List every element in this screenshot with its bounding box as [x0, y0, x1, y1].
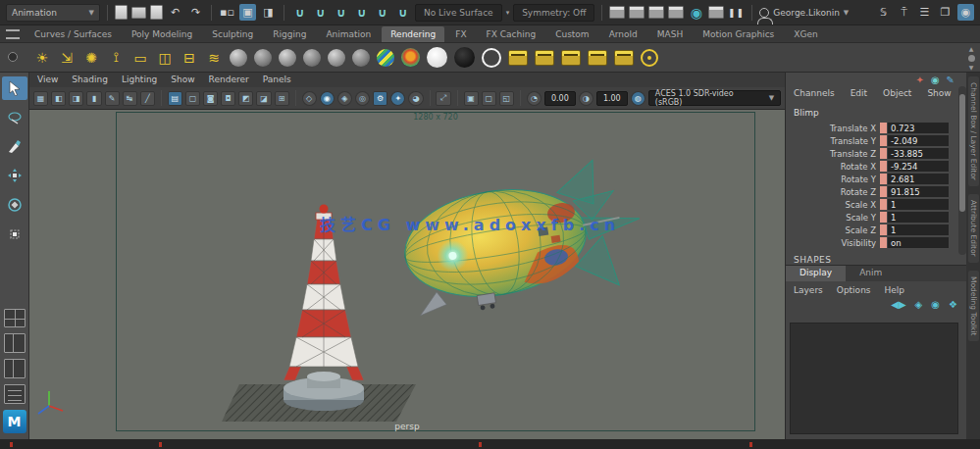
shelf-scroll-widget[interactable]: ▲ ▼	[966, 45, 976, 71]
ipr-render-icon[interactable]	[629, 6, 645, 19]
keyed-state-bar[interactable]	[880, 186, 887, 197]
channel-value-field[interactable]: -9.254	[888, 161, 949, 172]
scale-tool[interactable]	[2, 223, 27, 246]
menu-show[interactable]: Show	[927, 88, 951, 98]
move-tool[interactable]	[2, 164, 27, 187]
grease-pencil-icon[interactable]: ◕	[408, 91, 423, 106]
frame-selection-icon[interactable]: ⤢	[436, 91, 450, 106]
speed-state-icon[interactable]: ◉	[931, 75, 940, 85]
xray-joints-icon[interactable]: ◈	[337, 91, 352, 106]
image-plane-icon[interactable]: ✎	[105, 91, 120, 106]
gamma-icon[interactable]: ◑	[579, 91, 593, 106]
displacement-icon[interactable]	[614, 50, 634, 66]
shelf-tab-fx-caching[interactable]: FX Caching	[478, 26, 545, 42]
menu-view[interactable]: View	[37, 75, 58, 87]
menu-object[interactable]: Object	[883, 88, 911, 98]
menu-panels[interactable]: Panels	[263, 75, 291, 87]
chevron-down-icon[interactable]: ▾	[506, 9, 510, 17]
film-gate-icon[interactable]: ▢	[482, 91, 496, 106]
snap-curve-icon[interactable]: ∪	[312, 4, 329, 21]
layer-from-selected-icon[interactable]: ◉	[931, 299, 940, 310]
menu-set-dropdown[interactable]: Animation ▼	[6, 4, 100, 22]
substance-icon[interactable]: 𝕊	[875, 4, 892, 21]
menu-help[interactable]: Help	[885, 285, 905, 295]
anisotropic-material-icon[interactable]	[377, 49, 394, 67]
new-layer-icon[interactable]: ❖	[949, 299, 957, 310]
edit-channels-icon[interactable]: ✎	[947, 75, 954, 85]
color-management-icon[interactable]: ◍	[631, 91, 645, 106]
black-hole-shader-icon[interactable]	[454, 47, 475, 68]
textured-mode-icon[interactable]: ◙	[203, 91, 218, 106]
tab-attribute-editor[interactable]: Attribute Editor	[968, 194, 979, 263]
keyed-state-bar[interactable]	[880, 212, 887, 223]
gamma-toggle-icon[interactable]: ⚙	[373, 91, 387, 106]
ramp-shader-icon[interactable]	[352, 49, 370, 67]
directional-light-icon[interactable]: ⇲	[58, 50, 76, 66]
manipulator-icon[interactable]: ✦	[915, 75, 923, 85]
snap-projected-center-icon[interactable]: ∪	[353, 4, 370, 21]
empty-layer-icon[interactable]: ◈	[915, 299, 923, 310]
shelf-menu-icon[interactable]	[6, 29, 20, 39]
render-settings-shelf-icon[interactable]	[535, 50, 554, 66]
exposure-icon[interactable]: ◔	[527, 91, 542, 106]
menu-layers[interactable]: Layers	[794, 285, 823, 295]
paint-select-tool[interactable]	[2, 135, 27, 159]
render-icon[interactable]	[609, 6, 625, 19]
wireframe-mode-icon[interactable]: ▤	[168, 91, 182, 106]
keyed-state-bar[interactable]	[880, 199, 887, 210]
open-scene-icon[interactable]	[131, 7, 146, 19]
use-background-shader-icon[interactable]	[482, 48, 501, 68]
channel-value-field[interactable]: 0.723	[888, 123, 949, 133]
select-tool[interactable]	[2, 76, 27, 100]
select-object-icon[interactable]: ▣	[239, 4, 256, 21]
user-account-menu[interactable]: George.Likonin ▼	[759, 8, 849, 18]
tab-modeling-toolkit[interactable]: Modeling Toolkit	[968, 271, 979, 341]
record-icon[interactable]: ◉	[688, 4, 704, 21]
spot-light-icon[interactable]: ☀	[33, 50, 51, 66]
render-settings-icon[interactable]	[668, 6, 684, 19]
tab-channel-box-layer-editor[interactable]: Channel Box / Layer Editor	[968, 76, 979, 186]
exposure-toggle-icon[interactable]: ◎	[355, 91, 370, 106]
ambient-light-icon[interactable]: ◫	[156, 50, 174, 66]
shelf-tab-rendering[interactable]: Rendering	[382, 26, 444, 42]
redo-icon[interactable]: ↷	[187, 4, 204, 21]
channel-value-field[interactable]: 1	[888, 224, 949, 235]
shelf-tab-xgen[interactable]: XGen	[785, 26, 826, 42]
standard-surface-icon[interactable]	[230, 49, 247, 67]
symmetry-field[interactable]: Symmetry: Off	[513, 4, 594, 22]
time-slider-strip[interactable]	[0, 439, 980, 449]
bookmark-icon[interactable]: ▮	[86, 91, 101, 106]
shadows-icon[interactable]: ◩	[238, 91, 253, 106]
keyed-state-bar[interactable]	[880, 148, 887, 159]
render-target-icon[interactable]	[641, 49, 658, 67]
hypershade-icon[interactable]	[561, 50, 581, 66]
shelf-options-icon[interactable]	[8, 52, 18, 62]
shelf-tab-motion-graphics[interactable]: Motion Graphics	[694, 26, 783, 42]
outliner-toggle-icon[interactable]: ☰	[916, 4, 933, 21]
snap-view-plane-icon[interactable]: ∪	[374, 4, 390, 21]
render-layers-icon[interactable]: ≋	[205, 50, 223, 66]
lock-camera-icon[interactable]: ◧	[51, 91, 66, 106]
blinn-material-icon[interactable]	[279, 49, 296, 67]
lasso-tool[interactable]	[2, 106, 27, 129]
render-setup-icon[interactable]	[508, 50, 528, 66]
colorspace-dropdown[interactable]: ACES 1.0 SDR-video (sRGB) ▼	[648, 90, 781, 106]
menu-lighting[interactable]: Lighting	[122, 75, 157, 87]
menu-renderer[interactable]: Renderer	[209, 75, 249, 87]
tab-display[interactable]: Display	[786, 266, 846, 281]
shelf-tab-sculpting[interactable]: Sculpting	[203, 26, 262, 42]
character-controls-icon[interactable]: ⍑	[896, 4, 912, 21]
shelf-tab-mash[interactable]: MASH	[648, 26, 692, 42]
keyed-state-bar[interactable]	[880, 161, 887, 172]
move-layer-up-icon[interactable]: ◀▶	[891, 299, 905, 310]
motion-blur-icon[interactable]: ⊞	[275, 91, 289, 106]
channel-value-field[interactable]: -33.885	[888, 148, 949, 159]
save-scene-icon[interactable]	[150, 5, 163, 20]
viewport-layout-icon[interactable]: ◉	[957, 4, 974, 21]
shelf-tab-rigging[interactable]: Rigging	[264, 26, 315, 42]
layout-two-pane-button[interactable]	[4, 333, 26, 353]
render-sequence-icon[interactable]	[648, 6, 664, 19]
snap-live-object-icon[interactable]: ∪	[394, 4, 411, 21]
rotate-tool[interactable]	[2, 193, 27, 217]
light-editor-icon[interactable]: ⊟	[181, 50, 198, 66]
